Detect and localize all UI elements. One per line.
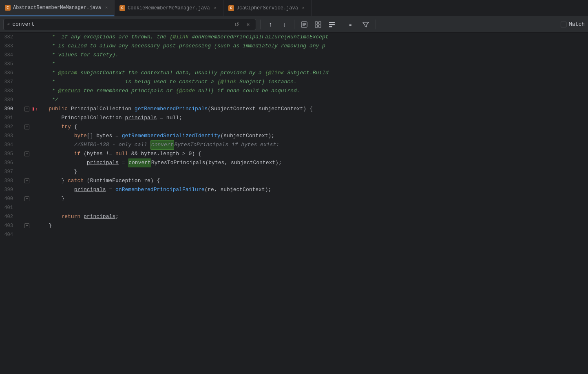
code-390-public: public bbox=[49, 105, 71, 114]
fold-388 bbox=[24, 87, 33, 96]
svg-rect-8 bbox=[329, 22, 335, 23]
code-line-397: } bbox=[36, 167, 588, 176]
gutter-row-402: 402 bbox=[0, 212, 24, 221]
multiline-button[interactable] bbox=[326, 19, 338, 30]
fold-402 bbox=[24, 212, 33, 221]
tab-label-cookie: CookieRememberMeManager.java bbox=[128, 5, 210, 11]
search-input-wrap: ⌕ ↺ × bbox=[3, 19, 256, 30]
fold-400[interactable]: − bbox=[24, 194, 33, 203]
tab-cookie[interactable]: C CookieRememberMeManager.java × bbox=[115, 0, 223, 16]
code-396-principals: principals bbox=[87, 158, 119, 167]
code-line-395: if (bytes != null && bytes.length > 0) { bbox=[36, 149, 588, 158]
breakpoint-390: ↑ bbox=[33, 105, 38, 114]
code-391-var: principals bbox=[125, 114, 157, 122]
search-clear-button[interactable]: × bbox=[244, 20, 252, 29]
tab-close-abstract[interactable]: × bbox=[104, 5, 109, 11]
code-line-400: } bbox=[36, 194, 588, 203]
code-392-indent bbox=[36, 122, 61, 131]
code-line-387: * is being used to construct a {@link Su… bbox=[36, 78, 588, 87]
find-icon bbox=[301, 21, 308, 28]
search-down-button[interactable]: ↓ bbox=[279, 19, 290, 30]
gutter-row-399: 399 bbox=[0, 185, 24, 194]
code-384-text: * values for safety). bbox=[36, 51, 119, 60]
fold-390[interactable]: − bbox=[24, 105, 33, 114]
line-num-384: 384 bbox=[0, 52, 18, 58]
line-num-388: 388 bbox=[0, 88, 18, 94]
code-386-link: {@link bbox=[265, 69, 284, 78]
code-392-brace: { bbox=[71, 122, 77, 131]
line-num-393: 393 bbox=[0, 133, 18, 139]
fold-icon-398[interactable]: − bbox=[24, 178, 29, 183]
tab-close-cookie[interactable]: × bbox=[212, 5, 218, 11]
code-399-fn: onRememberedPrincipalFailure bbox=[115, 185, 204, 194]
line-num-391: 391 bbox=[0, 115, 18, 121]
code-399-indent bbox=[36, 185, 74, 194]
gutter-row-404: 404 bbox=[0, 230, 24, 239]
line-num-399: 399 bbox=[0, 187, 18, 193]
code-388-return: @return bbox=[58, 87, 81, 96]
gutter-row-395: 395 bbox=[0, 149, 24, 158]
arrow-390: ↑ bbox=[35, 105, 38, 114]
code-388-b: the remembered principals or bbox=[80, 87, 176, 96]
tab-close-jca[interactable]: × bbox=[301, 5, 306, 11]
gutter-row-390: 390 bbox=[0, 105, 24, 114]
replace-button[interactable]: ≡ bbox=[346, 19, 358, 30]
gutter-row-396: 396 bbox=[0, 158, 24, 167]
line-num-392: 392 bbox=[0, 124, 18, 130]
fold-398[interactable]: − bbox=[24, 176, 33, 185]
line-num-400: 400 bbox=[0, 196, 18, 202]
gutter-row-385: 385 bbox=[0, 60, 24, 69]
fold-382 bbox=[24, 33, 33, 42]
code-401-text bbox=[36, 203, 39, 212]
code-line-404 bbox=[36, 230, 588, 239]
svg-text:≡: ≡ bbox=[349, 22, 351, 27]
code-line-383: * is called to allow any necessary post-… bbox=[36, 42, 588, 51]
line-num-404: 404 bbox=[0, 232, 18, 238]
tab-jca[interactable]: C JcaCipherService.java × bbox=[223, 0, 312, 16]
svg-rect-10 bbox=[329, 26, 332, 27]
code-line-389: */ bbox=[36, 96, 588, 105]
code-403-text: } bbox=[36, 221, 52, 230]
gutter-row-389: 389 bbox=[0, 96, 24, 105]
code-line-401 bbox=[36, 203, 588, 212]
code-391-rest: = null; bbox=[157, 114, 182, 122]
code-line-396: principals = convertBytesToPrincipals(by… bbox=[36, 158, 588, 167]
tab-abstract[interactable]: C AbstractRememberMeManager.java × bbox=[0, 0, 115, 16]
code-390-type: PrincipalCollection bbox=[71, 105, 135, 114]
fold-icon-390[interactable]: − bbox=[24, 107, 29, 111]
code-387-a: * is being used to construct a bbox=[36, 78, 217, 87]
code-386-c: Subject.Build bbox=[284, 69, 329, 78]
multiline-icon bbox=[328, 21, 336, 28]
fold-icon-400[interactable]: − bbox=[24, 196, 29, 201]
code-390-a bbox=[36, 105, 49, 114]
gutter-row-398: 398 bbox=[0, 176, 24, 185]
filter-button[interactable] bbox=[360, 19, 371, 30]
search-reset-button[interactable]: ↺ bbox=[232, 20, 241, 29]
code-395-and: && bytes.length > 0) { bbox=[128, 149, 201, 158]
gutter-row-397: 397 bbox=[0, 167, 24, 176]
fold-gutter: − − − − − − bbox=[24, 33, 33, 374]
svg-rect-7 bbox=[318, 25, 321, 27]
find-in-file-button[interactable] bbox=[298, 19, 310, 30]
code-387-link: {@link bbox=[217, 78, 237, 87]
fold-icon-392[interactable]: − bbox=[24, 125, 29, 129]
code-388-c: null} if none could be acquired. bbox=[195, 87, 300, 96]
fold-392[interactable]: − bbox=[24, 122, 33, 131]
fold-403[interactable]: − bbox=[24, 221, 33, 230]
code-385-text: * bbox=[36, 60, 55, 69]
search-input[interactable] bbox=[12, 21, 230, 27]
code-391-type: PrincipalCollection bbox=[61, 114, 125, 122]
match-checkbox[interactable] bbox=[561, 22, 566, 27]
editor-area: 382 383 384 385 386 387 388 389 390 391 bbox=[0, 33, 588, 374]
gutter-row-401: 401 bbox=[0, 203, 24, 212]
fold-icon-403[interactable]: − bbox=[24, 223, 29, 228]
search-up-button[interactable]: ↑ bbox=[265, 19, 276, 30]
fold-404 bbox=[24, 230, 33, 239]
code-402-semi: ; bbox=[115, 212, 119, 221]
search-context-button[interactable] bbox=[312, 19, 324, 30]
code-393-fn: getRememberedSerializedIdentity bbox=[122, 131, 221, 140]
fold-395[interactable]: − bbox=[24, 149, 33, 158]
code-390-fn: getRememberedPrincipals bbox=[135, 105, 208, 114]
separator-1 bbox=[260, 20, 261, 29]
fold-icon-395[interactable]: − bbox=[24, 151, 29, 156]
